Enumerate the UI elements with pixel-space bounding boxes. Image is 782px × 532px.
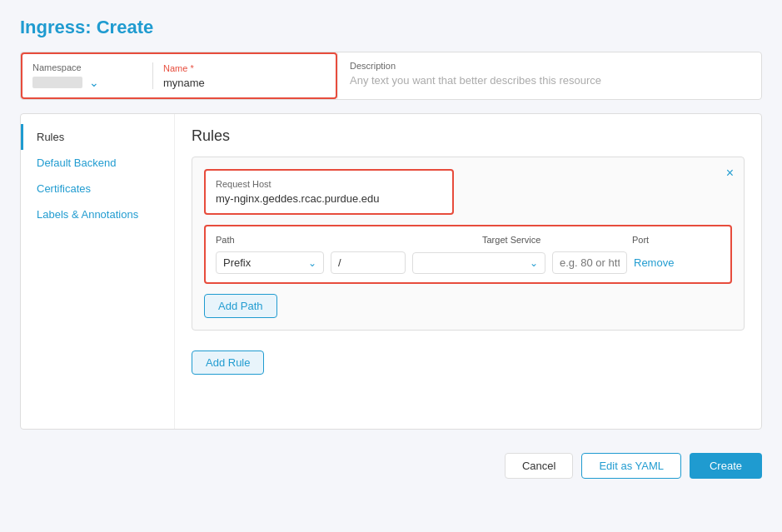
create-button[interactable]: Create [690, 453, 762, 479]
description-label: Description [350, 61, 750, 71]
target-service-column-label: Target Service [482, 235, 632, 245]
namespace-value [32, 77, 82, 88]
namespace-label: Namespace [32, 62, 132, 72]
description-section: Description Any text you want that bette… [337, 52, 761, 99]
port-column-label: Port [632, 235, 715, 245]
page-title-action: Create [97, 17, 153, 37]
vertical-divider [152, 62, 153, 89]
description-placeholder: Any text you want that better describes … [350, 74, 750, 87]
request-host-value: my-nginx.geddes.rcac.purdue.edu [216, 192, 442, 205]
add-path-button[interactable]: Add Path [204, 294, 277, 318]
name-input[interactable] [163, 77, 326, 89]
path-row-box: Path Target Service Port Prefix ⌄ [204, 225, 732, 284]
namespace-select[interactable]: ⌄ [32, 76, 132, 89]
main-content: Rules Default Backend Certificates Label… [20, 113, 762, 430]
rule-close-icon[interactable]: × [726, 166, 734, 181]
chevron-down-icon: ⌄ [89, 76, 99, 89]
cancel-button[interactable]: Cancel [505, 453, 573, 479]
name-field: Name * [163, 63, 326, 89]
rules-section-title: Rules [192, 127, 745, 145]
port-input[interactable] [552, 251, 627, 274]
sidebar-item-certificates[interactable]: Certificates [21, 176, 174, 201]
sidebar-item-default-backend[interactable]: Default Backend [21, 150, 174, 176]
prefix-value: Prefix [223, 256, 308, 269]
prefix-chevron-icon: ⌄ [308, 257, 316, 269]
request-host-label: Request Host [216, 179, 442, 189]
path-row-header: Path Target Service Port [216, 235, 720, 245]
remove-link[interactable]: Remove [634, 256, 674, 269]
sidebar-item-labels-annotations[interactable]: Labels & Annotations [21, 201, 174, 227]
namespace-field: Namespace ⌄ [32, 62, 132, 89]
sidebar: Rules Default Backend Certificates Label… [21, 114, 175, 429]
request-host-box: Request Host my-nginx.geddes.rcac.purdue… [204, 169, 454, 215]
edit-yaml-button[interactable]: Edit as YAML [581, 453, 681, 479]
page-container: Ingress: Create Namespace ⌄ Name * [0, 0, 782, 532]
add-rule-button[interactable]: Add Rule [192, 351, 264, 375]
page-title: Ingress: Create [20, 17, 762, 38]
top-form-left-section: Namespace ⌄ Name * [21, 52, 337, 99]
rule-block: × Request Host my-nginx.geddes.rcac.purd… [192, 157, 745, 331]
top-form: Namespace ⌄ Name * Description Any text … [20, 52, 762, 100]
name-label: Name * [163, 63, 326, 73]
path-column-label: Path [216, 235, 482, 245]
prefix-select[interactable]: Prefix ⌄ [216, 251, 324, 274]
sidebar-item-rules[interactable]: Rules [21, 124, 174, 150]
required-indicator: * [190, 63, 193, 73]
footer: Cancel Edit as YAML Create [20, 446, 762, 479]
path-row-body: Prefix ⌄ ⌄ Remove [216, 251, 720, 274]
page-title-prefix: Ingress: [20, 17, 92, 37]
target-service-chevron-icon: ⌄ [530, 257, 538, 269]
path-input[interactable] [331, 251, 406, 274]
target-service-select[interactable]: ⌄ [412, 252, 545, 274]
rules-content: Rules × Request Host my-nginx.geddes.rca… [175, 114, 761, 429]
